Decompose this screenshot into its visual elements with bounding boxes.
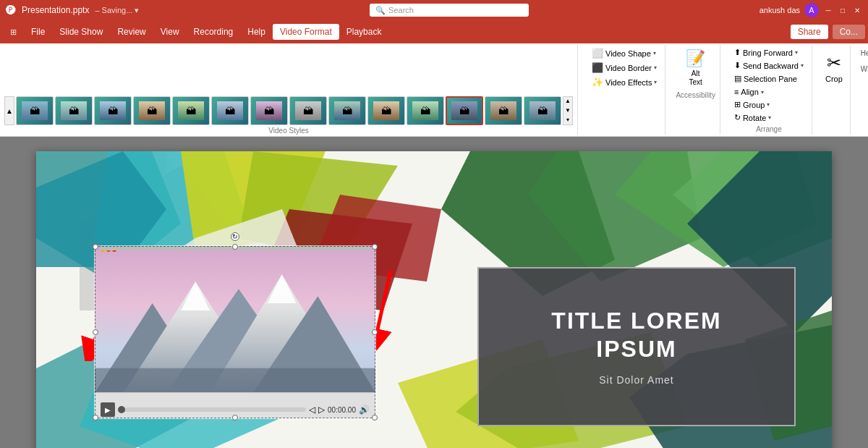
- size-section: Height: Width: Size: [856, 45, 868, 135]
- selection-pane-button[interactable]: ▤ Selection Pane: [731, 72, 807, 85]
- saving-status: – Saving... ▾: [95, 6, 139, 15]
- video-thumb-11[interactable]: 🏔: [407, 96, 444, 125]
- menu-item-animations[interactable]: File: [24, 24, 52, 40]
- video-styles-label: Video Styles: [268, 127, 308, 135]
- min-button[interactable]: ─: [823, 5, 833, 15]
- selection-pane-icon: ▤: [734, 74, 741, 83]
- co-author-button[interactable]: Co...: [833, 25, 865, 39]
- accessibility-section: 📝 AltText Accessibility: [671, 45, 720, 135]
- scroll-down-arrow[interactable]: ▲ ▼ ▾: [563, 96, 573, 125]
- svg-rect-35: [95, 368, 375, 392]
- video-effects-button[interactable]: ✨ Video Effects ▾: [588, 75, 660, 89]
- title-bar: 🅟 Presentation.pptx – Saving... ▾ 🔍 Sear…: [0, 0, 868, 20]
- send-backward-dropdown: ▾: [801, 62, 804, 69]
- bring-forward-dropdown: ▾: [795, 49, 798, 56]
- play-button[interactable]: ▶: [101, 402, 115, 417]
- slide-title: TITLE LOREMIPSUM: [551, 307, 721, 363]
- video-element[interactable]: ▶ ◁ ▷ 00:00.00 🔊 ↻: [94, 245, 376, 419]
- height-label: Height:: [861, 49, 868, 57]
- align-button[interactable]: ≡ Align ▾: [731, 86, 775, 98]
- arrange-label: Arrange: [756, 125, 782, 133]
- video-thumb-7[interactable]: 🏔: [250, 96, 288, 125]
- seekbar-thumb[interactable]: [118, 406, 125, 413]
- video-thumb-12[interactable]: 🏔: [446, 96, 483, 125]
- video-thumb-13[interactable]: 🏔: [485, 96, 522, 125]
- menu-item-playback[interactable]: Playback: [339, 24, 389, 40]
- video-thumb-9[interactable]: 🏔: [328, 96, 366, 125]
- width-row: Width:: [861, 62, 868, 75]
- video-border-button[interactable]: ⬛ Video Border ▾: [588, 61, 660, 75]
- text-box: TITLE LOREMIPSUM Sit Dolor Amet: [477, 267, 796, 426]
- search-area: 🔍 Search: [139, 4, 759, 17]
- crop-label: Crop: [825, 75, 843, 83]
- video-border-dropdown-icon: ▾: [654, 64, 657, 71]
- slide-area: ▶ ◁ ▷ 00:00.00 🔊 ↻: [0, 137, 868, 448]
- alt-text-icon: 📝: [686, 49, 705, 68]
- menu-item-review[interactable]: Review: [110, 24, 153, 40]
- send-backward-icon: ⬇: [734, 61, 741, 70]
- rotate-dropdown: ▾: [768, 114, 771, 121]
- video-thumb-2[interactable]: 🏔: [55, 96, 93, 125]
- video-thumb-5[interactable]: 🏔: [172, 96, 210, 125]
- slide-subtitle: Sit Dolor Amet: [599, 374, 673, 386]
- align-dropdown: ▾: [761, 89, 764, 96]
- send-backward-button[interactable]: ⬇ Send Backward ▾: [731, 59, 807, 72]
- width-label: Width:: [861, 65, 868, 73]
- title-bar-right: ankush das A ─ □ ✕: [760, 3, 862, 17]
- menu-item-recording[interactable]: Recording: [187, 24, 241, 40]
- arrange-section: ⬆ Bring Forward ▾ ⬇ Send Backward ▾ ▤ Se…: [726, 45, 812, 135]
- group-icon: ⊞: [734, 100, 741, 109]
- controls-row: ▶ ◁ ▷ 00:00.00 🔊: [101, 402, 370, 417]
- group-dropdown: ▾: [767, 101, 770, 108]
- video-thumb-14[interactable]: 🏔: [524, 96, 561, 125]
- video-effects-icon: ✨: [592, 77, 603, 88]
- crop-section: ✂ Crop: [818, 45, 851, 135]
- max-button[interactable]: □: [838, 5, 848, 15]
- ribbon: ▲ 🏔 🏔 🏔 🏔 🏔 🏔 🏔 🏔 🏔 🏔 🏔 🏔 🏔 🏔 ▲ ▼: [0, 43, 868, 137]
- next-frame-btn[interactable]: ▷: [318, 405, 325, 415]
- video-thumb-4[interactable]: 🏔: [133, 96, 171, 125]
- app-icon: 🅟: [6, 4, 16, 16]
- video-thumb-8[interactable]: 🏔: [289, 96, 327, 125]
- video-effects-dropdown-icon: ▾: [654, 79, 657, 85]
- align-icon: ≡: [734, 88, 739, 96]
- video-shape-button[interactable]: ⬜ Video Shape ▾: [588, 46, 660, 60]
- filename: Presentation.pptx: [22, 5, 89, 15]
- alt-text-button[interactable]: 📝 AltText: [680, 46, 711, 90]
- seekbar[interactable]: [118, 407, 306, 412]
- username: ankush das: [760, 6, 800, 14]
- video-controls: ▶ ◁ ▷ 00:00.00 🔊: [95, 392, 375, 418]
- video-thumb-1[interactable]: 🏔: [16, 96, 54, 125]
- menu-item-view[interactable]: View: [153, 24, 187, 40]
- search-icon: 🔍: [375, 6, 386, 15]
- menu-item-video-format[interactable]: Video Format: [273, 24, 339, 40]
- scroll-up-arrow[interactable]: ▲: [4, 96, 14, 125]
- share-button[interactable]: Share: [791, 25, 828, 39]
- video-frame: [95, 246, 375, 392]
- volume-button[interactable]: 🔊: [359, 405, 370, 415]
- bring-forward-icon: ⬆: [734, 48, 741, 57]
- menu-item-file[interactable]: ⊞: [3, 25, 24, 40]
- rotate-button[interactable]: ↻ Rotate ▾: [731, 111, 775, 124]
- menu-item-slideshow[interactable]: Slide Show: [52, 24, 110, 40]
- close-button[interactable]: ✕: [852, 5, 862, 15]
- rotate-icon: ↻: [734, 113, 741, 122]
- height-row: Height:: [861, 46, 868, 59]
- bring-forward-button[interactable]: ⬆ Bring Forward ▾: [731, 46, 807, 59]
- video-format-section: ⬜ Video Shape ▾ ⬛ Video Border ▾ ✨ Video…: [584, 45, 665, 135]
- mountain-svg: [95, 246, 375, 392]
- video-styles-section: ▲ 🏔 🏔 🏔 🏔 🏔 🏔 🏔 🏔 🏔 🏔 🏔 🏔 🏔 🏔 ▲ ▼: [0, 45, 578, 135]
- crop-button[interactable]: ✂ Crop: [821, 46, 847, 90]
- video-thumb-6[interactable]: 🏔: [211, 96, 249, 125]
- menu-right: Share Co...: [791, 25, 865, 39]
- prev-frame-btn[interactable]: ◁: [309, 405, 315, 415]
- user-avatar: A: [804, 3, 819, 17]
- menu-bar: ⊞ File Slide Show Review View Recording …: [0, 20, 868, 43]
- crop-icon: ✂: [827, 53, 841, 73]
- menu-item-help[interactable]: Help: [240, 24, 273, 40]
- video-thumb-10[interactable]: 🏔: [367, 96, 405, 125]
- progress-bar-track: [101, 246, 370, 250]
- video-thumb-3[interactable]: 🏔: [94, 96, 132, 125]
- group-button[interactable]: ⊞ Group ▾: [731, 98, 775, 111]
- video-border-icon: ⬛: [592, 62, 603, 73]
